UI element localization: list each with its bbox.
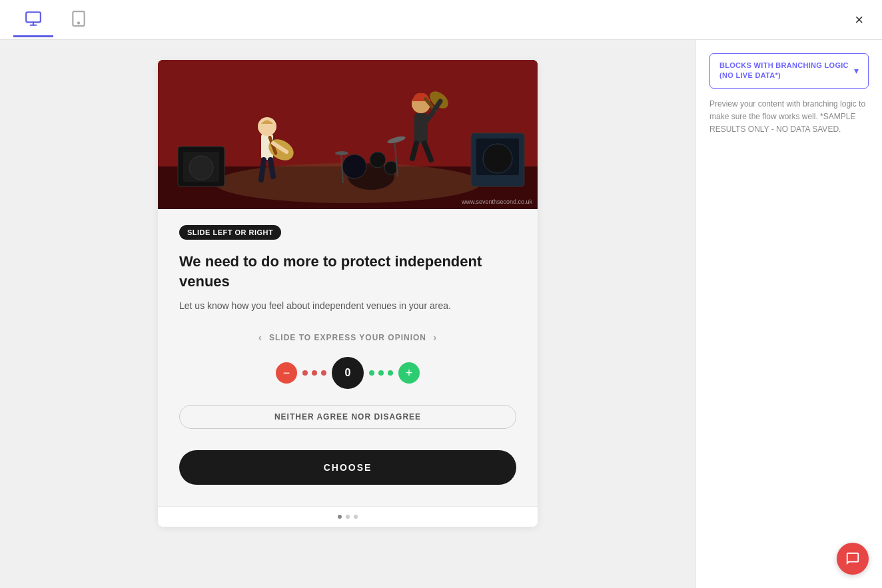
slide-instruction: ‹ SLIDE TO EXPRESS YOUR OPINION ›	[179, 332, 516, 344]
svg-point-11	[384, 161, 398, 174]
right-dots	[369, 370, 393, 376]
dots-navigation	[338, 515, 358, 519]
svg-point-9	[342, 154, 366, 178]
svg-line-21	[261, 160, 264, 180]
chat-button[interactable]	[837, 543, 869, 575]
card-footer	[158, 506, 538, 527]
device-switcher	[13, 3, 99, 37]
main-layout: www.seventhsecond.co.uk SLIDE LEFT OR RI…	[0, 40, 882, 588]
svg-point-13	[335, 151, 348, 155]
minus-button[interactable]: −	[276, 362, 297, 384]
content-card: www.seventhsecond.co.uk SLIDE LEFT OR RI…	[158, 60, 538, 527]
left-arrow-icon: ‹	[258, 332, 262, 344]
slider-row: − 0 +	[179, 357, 516, 389]
svg-point-35	[483, 144, 512, 173]
svg-rect-23	[414, 113, 428, 143]
nav-dot-3	[354, 515, 358, 519]
card-title: We need to do more to protect independen…	[179, 252, 516, 291]
preview-area: www.seventhsecond.co.uk SLIDE LEFT OR RI…	[0, 40, 695, 588]
left-dot-3	[321, 370, 326, 376]
plus-button[interactable]: +	[398, 362, 420, 384]
right-dot-2	[378, 370, 384, 376]
close-button[interactable]: ×	[849, 9, 869, 31]
branching-title: BLOCKS WITH BRANCHING LOGIC (NO LIVE DAT…	[719, 61, 854, 81]
chevron-down-icon: ▾	[854, 65, 859, 76]
card-body: SLIDE LEFT OR RIGHT We need to do more t…	[158, 209, 538, 506]
nav-dot-2	[346, 515, 350, 519]
slide-badge: SLIDE LEFT OR RIGHT	[179, 225, 281, 240]
left-dots	[302, 370, 326, 376]
nav-dot-1	[338, 515, 342, 519]
card-image: www.seventhsecond.co.uk	[158, 60, 538, 209]
right-arrow-icon: ›	[433, 332, 437, 344]
svg-point-17	[258, 117, 276, 136]
branching-description: Preview your content with branching logi…	[709, 98, 869, 137]
svg-rect-0	[26, 12, 41, 22]
svg-point-10	[370, 152, 386, 168]
right-dot-1	[369, 370, 374, 376]
right-sidebar: BLOCKS WITH BRANCHING LOGIC (NO LIVE DAT…	[695, 40, 882, 588]
card-subtitle: Let us know how you feel about independe…	[179, 299, 516, 313]
left-dot-2	[312, 370, 317, 376]
right-dot-3	[388, 370, 393, 376]
desktop-view-button[interactable]	[13, 3, 53, 37]
svg-line-22	[270, 160, 273, 176]
choose-button[interactable]: CHOOSE	[179, 450, 516, 485]
branching-logic-button[interactable]: BLOCKS WITH BRANCHING LOGIC (NO LIVE DAT…	[709, 53, 869, 89]
image-watermark: www.seventhsecond.co.uk	[462, 198, 532, 205]
slide-instruction-text: SLIDE TO EXPRESS YOUR OPINION	[269, 333, 426, 342]
svg-point-32	[189, 156, 213, 180]
left-dot-1	[302, 370, 308, 376]
svg-point-4	[78, 22, 79, 23]
opinion-label: NEITHER AGREE NOR DISAGREE	[179, 405, 516, 429]
slider-knob[interactable]: 0	[332, 357, 364, 389]
top-bar: ×	[0, 0, 882, 40]
chat-icon	[845, 551, 860, 566]
tablet-view-button[interactable]	[59, 3, 99, 37]
